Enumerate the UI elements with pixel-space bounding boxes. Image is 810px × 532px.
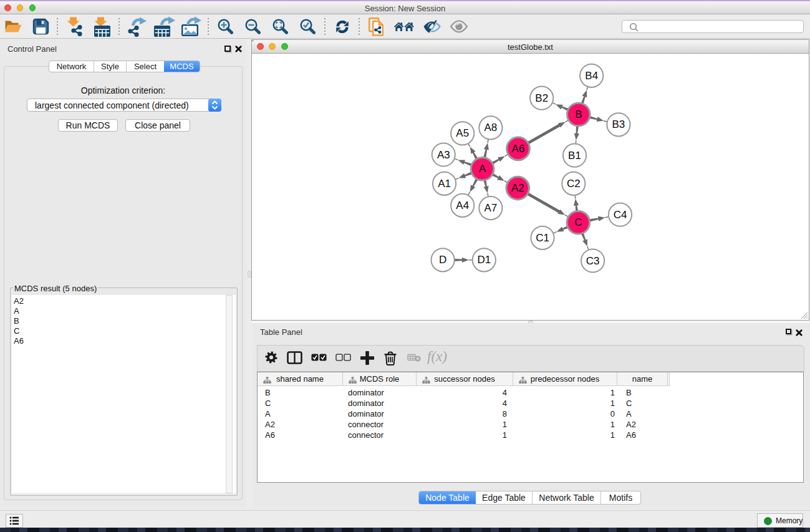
svg-text:B3: B3 (612, 118, 625, 130)
svg-text:D: D (439, 254, 446, 266)
svg-text:B1: B1 (568, 150, 581, 162)
svg-text:C4: C4 (614, 209, 627, 221)
svg-text:B4: B4 (585, 70, 598, 82)
svg-text:A6: A6 (512, 143, 525, 155)
svg-text:C1: C1 (536, 232, 549, 244)
svg-text:B: B (575, 109, 582, 120)
svg-text:A5: A5 (456, 127, 469, 139)
svg-text:C: C (574, 216, 582, 228)
svg-text:A4: A4 (456, 200, 469, 211)
svg-text:C3: C3 (586, 255, 600, 267)
svg-text:A2: A2 (511, 182, 524, 194)
svg-text:A: A (479, 163, 486, 175)
svg-text:B2: B2 (535, 92, 548, 104)
svg-text:D1: D1 (477, 254, 491, 266)
svg-text:A8: A8 (485, 122, 498, 133)
svg-text:A7: A7 (485, 202, 498, 214)
svg-text:A3: A3 (437, 149, 450, 161)
svg-text:A1: A1 (438, 178, 451, 190)
svg-text:C2: C2 (567, 178, 581, 190)
